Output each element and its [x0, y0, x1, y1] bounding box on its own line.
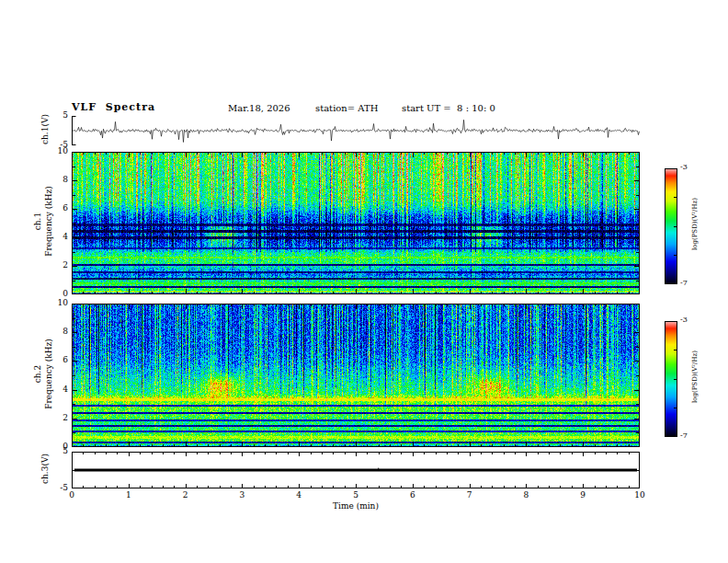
station-label: station= ATH: [315, 104, 378, 113]
ch1-freq-tick-label: 4: [48, 233, 68, 241]
time-tick-label: 5: [347, 491, 365, 500]
ch2-spectrogram: [72, 304, 640, 447]
colorbar1-tick-label: -7: [680, 280, 695, 287]
colorbar1-axis-label: log(PSD)(V²/Hz): [692, 183, 699, 266]
time-tick-label: 1: [119, 491, 138, 500]
colorbar1-tick-label: -3: [680, 164, 695, 171]
ch3-volt-tick-label: 5: [53, 447, 68, 455]
time-tick-label: 9: [574, 491, 592, 500]
ch1-frequency-axis-label: Frequency (kHz): [45, 180, 53, 263]
time-tick-label: 3: [233, 491, 251, 500]
ch2-freq-tick-label: 10: [48, 299, 68, 307]
time-tick-label: 6: [404, 491, 422, 500]
ch1-freq-tick-label: 6: [48, 204, 68, 213]
ch1-volt-tick-label: -5: [53, 141, 68, 149]
ch2-colorbar: [665, 321, 677, 437]
time-tick-label: 2: [176, 491, 195, 500]
ch2-freq-tick-label: 2: [48, 414, 68, 422]
time-tick-label: 10: [631, 491, 649, 500]
ch2-frequency-axis-label: Frequency (kHz): [45, 333, 53, 416]
ch1-channel-axis-label: ch.1: [34, 185, 42, 259]
ch3-waveform-plot: [72, 452, 640, 488]
colorbar2-axis-label: log(PSD)(V²/Hz): [692, 336, 699, 419]
ch2-channel-axis-label: ch.2: [34, 338, 42, 411]
ch3-volt-tick-label: -5: [53, 484, 68, 492]
start-ut-label: start UT = 8 : 10: 0: [402, 104, 495, 113]
ch1-waveform-plot: [72, 116, 640, 145]
ch1-freq-tick-label: 2: [48, 261, 68, 270]
ch1-colorbar: [665, 168, 677, 284]
ch2-freq-tick-label: 8: [48, 327, 68, 336]
colorbar2-tick-label: -7: [680, 432, 695, 440]
time-tick-label: 4: [290, 491, 308, 500]
ch1-freq-tick-label: 8: [48, 176, 68, 184]
vlf-spectra-figure: VLF Spectra Mar.18, 2026 station= ATH st…: [0, 0, 728, 563]
ch1-volt-tick-label: 5: [53, 111, 68, 120]
time-tick-label: 7: [461, 491, 479, 500]
ch1-freq-tick-label: 0: [48, 290, 68, 298]
time-tick-label: 8: [517, 491, 535, 500]
colorbar2-tick-label: -3: [680, 316, 695, 324]
time-axis-label: Time (min): [319, 502, 392, 511]
ch1-spectrogram: [72, 152, 640, 294]
ch2-freq-tick-label: 6: [48, 356, 68, 364]
ch2-freq-tick-label: 4: [48, 385, 68, 394]
time-tick-label: 0: [63, 491, 81, 500]
date-label: Mar.18, 2026: [228, 104, 290, 113]
figure-title: VLF Spectra: [72, 102, 155, 112]
